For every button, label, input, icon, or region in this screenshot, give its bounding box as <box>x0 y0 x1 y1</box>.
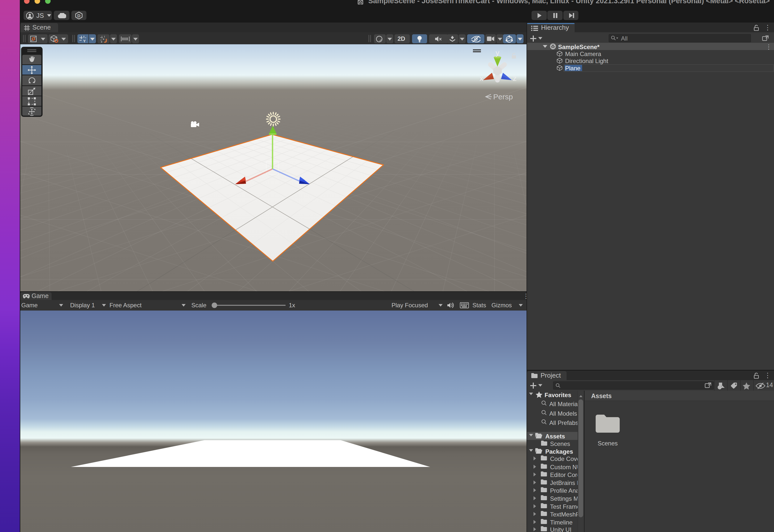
svg-text:x: x <box>480 74 483 82</box>
svg-text:Y: Y <box>83 39 86 43</box>
svg-text:y: y <box>496 49 499 57</box>
svg-text:D: D <box>77 14 80 18</box>
svg-text:Persp: Persp <box>493 93 513 101</box>
svg-text:z: z <box>513 74 517 82</box>
